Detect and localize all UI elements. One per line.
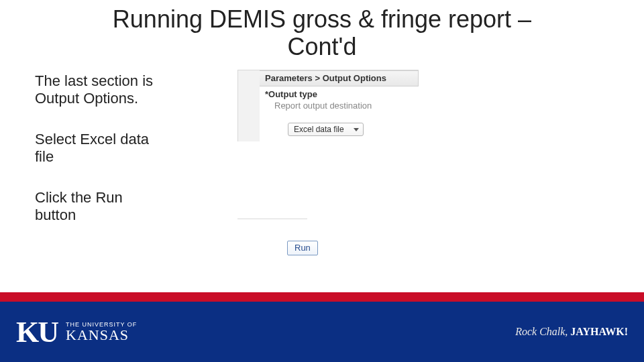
output-type-label: *Output type	[265, 89, 413, 99]
title-line-1: Running DEMIS gross & fringe report –	[113, 5, 531, 33]
output-options-panel: Parameters > Output Options *Output type…	[237, 70, 419, 141]
ku-logo: KU THE UNIVERSITY OF KANSAS	[16, 315, 137, 349]
instruction-p3: Click the Run button	[35, 189, 156, 225]
panel-breadcrumb: Parameters > Output Options	[260, 70, 419, 86]
ku-logo-line2: KANSAS	[66, 328, 137, 343]
footer-blue-bar: KU THE UNIVERSITY OF KANSAS Rock Chalk, …	[0, 302, 644, 362]
instruction-p1: The last section is Output Options.	[35, 72, 156, 108]
slide-title: Running DEMIS gross & fringe report – Co…	[0, 5, 644, 61]
chevron-down-icon	[354, 128, 359, 131]
footer-red-bar	[0, 292, 644, 302]
slogan-prefix: Rock Chalk,	[515, 326, 568, 337]
title-line-2: Cont'd	[288, 33, 357, 60]
dropdown-value: Excel data file	[294, 125, 344, 134]
output-type-description: Report output destination	[274, 101, 413, 111]
slogan-emph: JAYHAWK!	[570, 326, 628, 337]
ku-mark: KU	[16, 315, 58, 349]
output-type-dropdown[interactable]: Excel data file	[288, 123, 364, 136]
instruction-text: The last section is Output Options. Sele…	[35, 72, 156, 247]
instruction-p2: Select Excel data file	[35, 131, 156, 166]
footer-slogan: Rock Chalk, JAYHAWK!	[515, 326, 628, 338]
panel-divider	[237, 219, 307, 219]
run-button[interactable]: Run	[287, 241, 318, 255]
